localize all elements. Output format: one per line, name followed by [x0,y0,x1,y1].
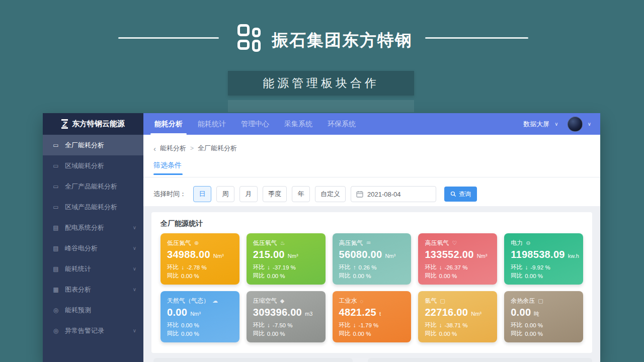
stat-card-title: 天然气（气态） [167,297,209,305]
stat-card-title-row: 高压氮气♒ [339,239,405,247]
power-icon: ⊖ [526,240,530,246]
nav-tabs: 能耗分析能耗统计管理中心采集系统环保系统 [154,113,356,135]
ring-ratio-row: 环比0.00 % [511,321,577,329]
sidebar-item[interactable]: ▭全厂产品能耗分析 [43,176,143,197]
nav-tab[interactable]: 能耗统计 [198,113,226,135]
yoy-ratio-label: 同比 [339,330,351,337]
sidebar-item[interactable]: ▭区域产品能耗分析 [43,197,143,217]
ring-ratio-row: 环比↓-2.78 % [167,263,233,271]
monitor-icon: ▭ [52,183,60,190]
stat-card-value: 4821.25 [339,307,376,318]
sidebar-item[interactable]: ▦图表分析∨ [43,279,143,300]
sidebar-item[interactable]: ◎能耗预测 [43,300,143,320]
yoy-ratio-label: 同比 [253,272,265,280]
sidebar-item-label: 区域产品能耗分析 [65,203,136,212]
time-option-button[interactable]: 自定义 [315,186,346,202]
chevron-down-icon: ∨ [133,328,136,333]
ring-ratio-row: 环比↓-1.79 % [339,321,405,329]
chevron-down-icon[interactable]: ∨ [554,121,558,127]
time-option-button[interactable]: 日 [193,186,211,202]
top-navbar: 能耗分析能耗统计管理中心采集系统环保系统 数据大屏 ∨ ∨ [143,113,600,135]
stat-card-title: 电力 [511,239,523,247]
tab-filter-conditions[interactable]: 筛选条件 [153,161,182,170]
bottom-panel [368,358,592,362]
arrow-down-icon: ↓ [181,264,184,271]
ring-ratio-value: -26.37 % [444,264,467,270]
yoy-ratio-value: 0.00 % [439,331,457,337]
query-button[interactable]: 查询 [444,187,477,202]
brand-name: 东方特钢云能源 [72,119,125,129]
ring-ratio-label: 环比 [253,263,265,271]
ring-ratio-value: -37.19 % [273,264,296,270]
ring-ratio-value: 0.00 % [181,322,199,328]
stat-card: 高压氮气♒56080.00Nm³环比↑0.26 %同比0.00 % [333,233,412,285]
nav-tab[interactable]: 管理中心 [241,113,269,135]
back-arrow-icon[interactable]: ‹ [153,144,156,153]
nav-tab[interactable]: 能耗分析 [154,113,183,135]
square-icon: ▢ [538,298,543,304]
stat-card: 天然气（气态）☁0.00Nm³环比0.00 %同比0.00 % [160,291,239,342]
monitor-icon: ▭ [52,204,60,211]
stat-card-unit: Nm³ [288,253,298,259]
list-icon: ▤ [52,265,60,273]
time-option-button[interactable]: 月 [239,186,258,202]
stat-card-value: 215.00 [253,249,285,260]
arrow-down-icon: ↓ [267,322,270,329]
sidebar-item[interactable]: ▤峰谷电分析∨ [43,238,143,258]
page-header: ‹ 能耗分析 > 全厂能耗分析 筛选条件 选择时间： 日周月季度年自定义 202… [143,135,600,206]
time-option-button[interactable]: 年 [292,186,310,202]
sidebar-item[interactable]: ▤配电系统分析∨ [43,217,143,238]
stat-card-value-row: 4821.25t [339,307,405,318]
breadcrumb: ‹ 能耗分析 > 全厂能耗分析 [143,135,600,153]
ring-ratio-value: 0.26 % [359,264,377,270]
stat-card-value-row: 0.00吨 [511,307,577,318]
stat-card-value-row: 215.00Nm³ [253,249,319,260]
stat-card: 氩气▢22716.00Nm³环比↓-38.71 %同比0.00 % [418,291,497,342]
sidebar-item[interactable]: ◎异常告警记录∨ [43,320,143,341]
avatar[interactable] [568,117,583,132]
ring-ratio-value: -38.71 % [444,322,467,328]
stats-panel: 全厂能源统计 低压氮气⊕34988.00Nm³环比↓-2.78 %同比0.00 … [151,212,592,353]
pot-icon: ♨ [280,240,285,246]
stat-card-value: 56080.00 [339,249,382,260]
stat-card: 压缩空气◆309396.00m3环比↓-7.50 %同比0.00 % [247,291,326,342]
stat-card-value-row: 1198538.09kw.h [511,249,577,260]
yoy-ratio-row: 同比0.00 % [511,330,577,337]
nav-tab[interactable]: 采集系统 [284,113,312,135]
stat-card-title-row: 余热余压▢ [511,297,577,305]
time-select-label: 选择时间： [153,190,186,199]
stat-card-unit: Nm³ [190,311,201,317]
nav-tab[interactable]: 环保系统 [328,113,356,135]
stat-card-title: 低压氧气 [253,239,277,247]
stat-card-value: 22716.00 [425,307,468,318]
sidebar-item[interactable]: ▤能耗统计∨ [43,258,143,279]
stat-card: 低压氮气⊕34988.00Nm³环比↓-2.78 %同比0.00 % [160,233,239,285]
chevron-down-icon[interactable]: ∨ [588,121,591,127]
calendar-icon [356,191,363,198]
ring-ratio-row: 环比↓-9.92 % [511,263,577,271]
stat-card-unit: Nm³ [213,253,224,259]
stat-card-value-row: 0.00Nm³ [167,307,233,318]
time-option-button[interactable]: 周 [216,186,234,202]
data-screen-link[interactable]: 数据大屏 [523,120,549,129]
arrow-down-icon: ↓ [439,264,442,271]
divider [143,177,600,177]
sidebar-item[interactable]: ▭全厂能耗分析 [43,135,143,155]
stat-card-value-row: 56080.00Nm³ [339,249,405,260]
chart-icon: ▦ [52,286,60,293]
date-picker-input[interactable]: 2021-08-04 [351,186,436,202]
yoy-ratio-value: 0.00 % [353,273,371,279]
yoy-ratio-row: 同比0.00 % [425,272,491,280]
ring-ratio-row: 环比↓-38.71 % [425,321,491,329]
yoy-ratio-row: 同比0.00 % [167,272,233,280]
stat-card-unit: t [379,311,381,317]
time-option-button[interactable]: 季度 [263,186,287,202]
sidebar-item[interactable]: ▭区域能耗分析 [43,155,143,176]
yoy-ratio-value: 0.00 % [181,331,199,337]
sidebar-item-label: 峰谷电分析 [65,244,133,253]
stat-card-unit: Nm³ [385,253,395,259]
water-icon: ◌ [360,298,364,304]
gas-icon: ▢ [440,298,445,304]
breadcrumb-parent[interactable]: 能耗分析 [160,144,186,153]
ring-ratio-label: 环比 [167,321,179,329]
